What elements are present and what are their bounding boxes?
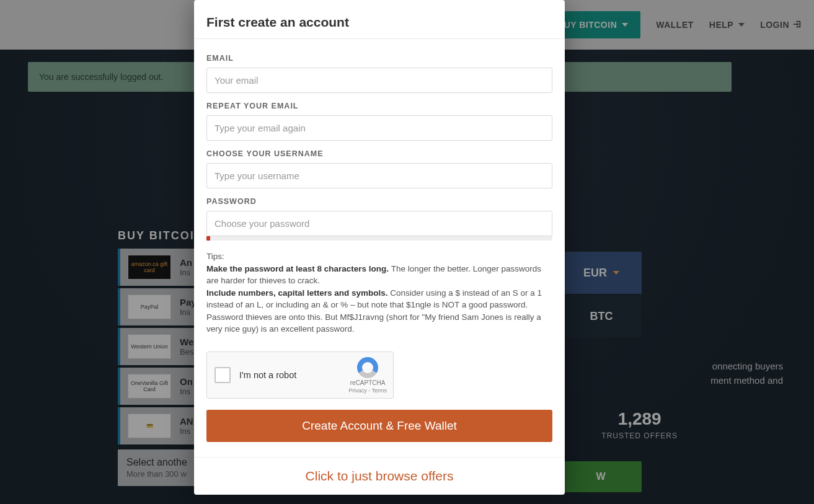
- create-account-button[interactable]: Create Account & Free Wallet: [206, 410, 552, 442]
- tip2-bold: Include numbers, capital letters and sym…: [206, 288, 388, 298]
- signup-modal: First create an account EMAIL REPEAT YOU…: [194, 0, 565, 495]
- repeat-email-group: REPEAT YOUR EMAIL: [206, 102, 552, 141]
- recaptcha-widget[interactable]: I'm not a robot reCAPTCHA Privacy - Term…: [206, 351, 394, 399]
- modal-header: First create an account: [194, 0, 565, 39]
- repeat-email-label: REPEAT YOUR EMAIL: [206, 102, 552, 110]
- recaptcha-label: I'm not a robot: [239, 370, 296, 380]
- email-group: EMAIL: [206, 54, 552, 93]
- password-group: PASSWORD: [206, 197, 552, 241]
- email-label: EMAIL: [206, 54, 552, 63]
- username-label: CHOOSE YOUR USERNAME: [206, 149, 552, 158]
- recaptcha-caption: reCAPTCHA: [348, 379, 387, 386]
- password-label: PASSWORD: [206, 197, 552, 206]
- repeat-email-input[interactable]: [206, 115, 552, 141]
- modal-title: First create an account: [206, 15, 552, 30]
- username-input[interactable]: [206, 163, 552, 188]
- email-input[interactable]: [206, 68, 552, 93]
- recaptcha-privacy-terms: Privacy - Terms: [348, 387, 387, 394]
- recaptcha-checkbox[interactable]: [215, 367, 231, 383]
- recaptcha-badge: reCAPTCHA Privacy - Terms: [348, 357, 387, 394]
- password-tips: Tips: Make the password at least 8 chara…: [206, 250, 552, 335]
- browse-offers-link[interactable]: Click to just browse offers: [206, 458, 552, 489]
- password-strength-meter: [206, 236, 552, 241]
- tips-intro: Tips:: [206, 252, 224, 261]
- tip1-bold: Make the password at least 8 characters …: [206, 264, 389, 273]
- username-group: CHOOSE YOUR USERNAME: [206, 149, 552, 188]
- password-input[interactable]: [206, 211, 552, 236]
- modal-body: EMAIL REPEAT YOUR EMAIL CHOOSE YOUR USER…: [194, 39, 565, 489]
- recaptcha-icon: [357, 357, 378, 378]
